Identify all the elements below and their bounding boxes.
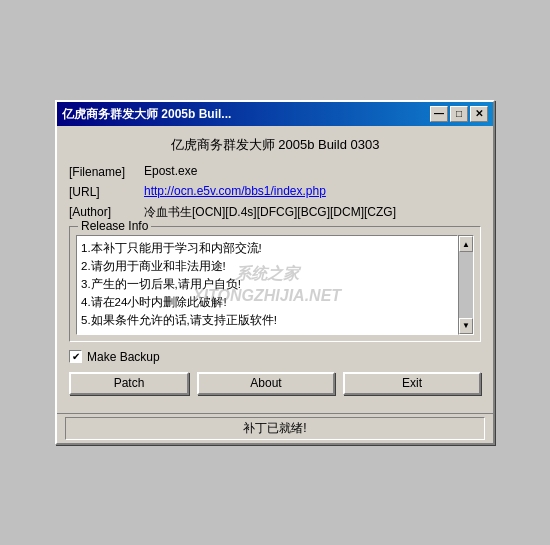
filename-row: [Filename] Epost.exe xyxy=(69,164,481,179)
release-line-4: 4.请在24小时内删除此破解! xyxy=(81,294,453,312)
url-row: [URL] http://ocn.e5v.com/bbs1/index.php xyxy=(69,184,481,199)
title-bar-buttons: — □ ✕ xyxy=(430,106,488,122)
scroll-down-button[interactable]: ▼ xyxy=(459,318,473,334)
make-backup-label: Make Backup xyxy=(87,350,160,364)
exit-button[interactable]: Exit xyxy=(343,372,481,395)
check-icon: ✔ xyxy=(72,352,80,362)
filename-value: Epost.exe xyxy=(144,164,481,178)
status-bar: 补丁已就绪! xyxy=(57,413,493,443)
make-backup-checkbox[interactable]: ✔ xyxy=(69,350,82,363)
release-line-3: 3.产生的一切后果,请用户自负! xyxy=(81,276,453,294)
release-line-5: 5.如果条件允许的话,请支持正版软件! xyxy=(81,312,453,330)
minimize-button[interactable]: — xyxy=(430,106,448,122)
release-text: 1.本补丁只能用于学习和内部交流! 2.请勿用于商业和非法用途! 3.产生的一切… xyxy=(81,240,453,329)
author-value: 冷血书生[OCN][D.4s][DFCG][BCG][DCM][CZG] xyxy=(144,204,481,221)
maximize-button[interactable]: □ xyxy=(450,106,468,122)
title-bar: 亿虎商务群发大师 2005b Buil... — □ ✕ xyxy=(57,102,493,126)
url-value[interactable]: http://ocn.e5v.com/bbs1/index.php xyxy=(144,184,481,198)
app-title: 亿虎商务群发大师 2005b Build 0303 xyxy=(69,136,481,154)
window-title: 亿虎商务群发大师 2005b Buil... xyxy=(62,106,426,123)
scroll-up-button[interactable]: ▲ xyxy=(459,236,473,252)
main-window: 亿虎商务群发大师 2005b Buil... — □ ✕ 亿虎商务群发大师 20… xyxy=(55,100,495,444)
up-arrow-icon: ▲ xyxy=(462,240,470,249)
patch-button[interactable]: Patch xyxy=(69,372,189,395)
url-label: [URL] xyxy=(69,184,144,199)
make-backup-row: ✔ Make Backup xyxy=(69,350,481,364)
release-text-area: 1.本补丁只能用于学习和内部交流! 2.请勿用于商业和非法用途! 3.产生的一切… xyxy=(76,235,458,334)
scrollbar: ▲ ▼ xyxy=(458,235,474,334)
status-text: 补丁已就绪! xyxy=(65,417,485,440)
about-button[interactable]: About xyxy=(197,372,335,395)
close-button[interactable]: ✕ xyxy=(470,106,488,122)
content-area: 亿虎商务群发大师 2005b Build 0303 [Filename] Epo… xyxy=(57,126,493,412)
release-line-2: 2.请勿用于商业和非法用途! xyxy=(81,258,453,276)
buttons-row: Patch About Exit xyxy=(69,372,481,395)
author-label: [Author] xyxy=(69,204,144,219)
release-content: 1.本补丁只能用于学习和内部交流! 2.请勿用于商业和非法用途! 3.产生的一切… xyxy=(76,235,474,334)
scroll-track[interactable] xyxy=(459,252,473,317)
filename-label: [Filename] xyxy=(69,164,144,179)
release-group: Release Info 1.本补丁只能用于学习和内部交流! 2.请勿用于商业和… xyxy=(69,226,481,341)
release-line-1: 1.本补丁只能用于学习和内部交流! xyxy=(81,240,453,258)
down-arrow-icon: ▼ xyxy=(462,321,470,330)
release-legend: Release Info xyxy=(78,219,151,233)
